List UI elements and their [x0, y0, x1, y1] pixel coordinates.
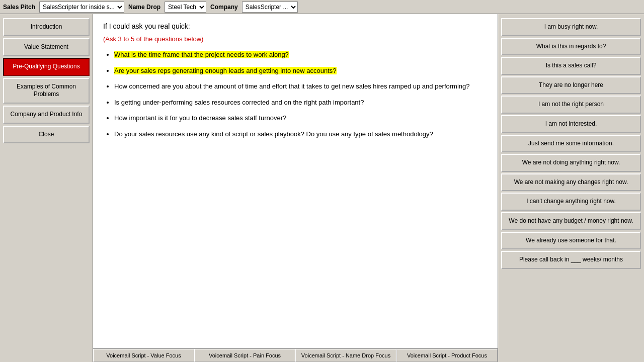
bottom-tabs: Voicemail Script - Value FocusVoicemail … [93, 348, 498, 362]
bottom-tab-2[interactable]: Voicemail Script - Name Drop Focus [295, 349, 396, 362]
right-btn-3[interactable]: They are no longer here [501, 76, 641, 95]
sidebar-item-introduction[interactable]: Introduction [3, 18, 90, 36]
sidebar-item-pre-qualifying-questions[interactable]: Pre-Qualifying Questions [3, 58, 90, 76]
center-content: If I could ask you real quick: (Ask 3 to… [93, 14, 498, 362]
right-btn-11[interactable]: We already use someone for that. [501, 232, 641, 250]
name-drop-label: Name Drop [128, 4, 160, 11]
right-btn-0[interactable]: I am busy right now. [501, 18, 641, 36]
right-btn-8[interactable]: We are not making any changes right now. [501, 173, 641, 192]
question-item-1: Are your sales reps generating enough le… [114, 66, 488, 76]
right-panel: I am busy right now.What is this in rega… [498, 14, 644, 362]
top-bar: Sales Pitch SalesScripter for inside s..… [0, 0, 644, 14]
sales-pitch-label: Sales Pitch [3, 4, 35, 11]
left-sidebar: IntroductionValue StatementPre-Qualifyin… [0, 14, 93, 362]
right-btn-7[interactable]: We are not doing anything right now. [501, 154, 641, 172]
sidebar-item-examples-of-common-problems[interactable]: Examples of Common Problems [3, 78, 90, 104]
question-item-3: Is getting under-performing sales resour… [114, 98, 488, 108]
intro-text: If I could ask you real quick: [103, 22, 488, 30]
right-btn-6[interactable]: Just send me some information. [501, 135, 641, 153]
bottom-tab-3[interactable]: Voicemail Script - Product Focus [396, 349, 498, 362]
company-dropdown[interactable]: SalesScripter ... [242, 2, 298, 13]
right-btn-1[interactable]: What is this in regards to? [501, 38, 641, 56]
right-btn-4[interactable]: I am not the right person [501, 96, 641, 114]
pitch-dropdown[interactable]: SalesScripter for inside s... [39, 2, 124, 13]
name-drop-dropdown[interactable]: Steel Tech [165, 2, 206, 13]
company-label: Company [210, 4, 238, 11]
question-item-0: What is the time frame that the project … [114, 50, 488, 60]
right-btn-9[interactable]: I can't change anything right now. [501, 193, 641, 211]
question-item-2: How concerned are you about the amount o… [114, 81, 488, 92]
sidebar-item-company-and-product-info[interactable]: Company and Product Info [3, 106, 90, 124]
right-btn-5[interactable]: I am not interested. [501, 115, 641, 133]
right-btn-10[interactable]: We do not have any budget / money right … [501, 212, 641, 230]
question-item-4: How important is it for you to decrease … [114, 113, 488, 123]
sub-text: (Ask 3 to 5 of the questions below) [103, 35, 488, 43]
questions-list: What is the time frame that the project … [103, 50, 488, 139]
right-btn-2[interactable]: Is this a sales call? [501, 57, 641, 75]
sidebar-item-value-statement[interactable]: Value Statement [3, 38, 90, 56]
question-item-5: Do your sales resources use any kind of … [114, 129, 488, 139]
bottom-tab-0[interactable]: Voicemail Script - Value Focus [93, 349, 194, 362]
bottom-tab-1[interactable]: Voicemail Script - Pain Focus [194, 349, 295, 362]
sidebar-item-close[interactable]: Close [3, 126, 90, 144]
right-btn-12[interactable]: Please call back in ___ weeks/ months [501, 251, 641, 269]
